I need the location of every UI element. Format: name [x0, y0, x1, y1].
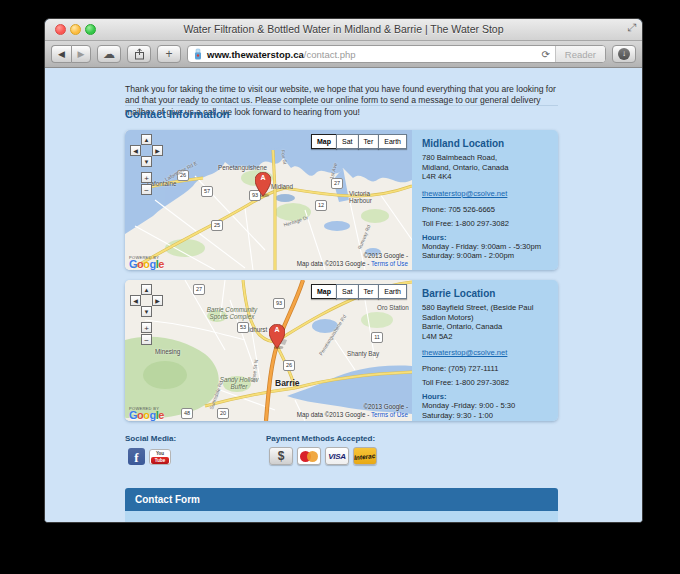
pan-left-button[interactable]: ◀ [130, 145, 141, 156]
map-label-sports-complex: Barrie Community Sports Complex [199, 306, 265, 320]
map-label-barrie: Barrie [275, 378, 300, 388]
barrie-location-block: Barrie Community Sports Complex Midhurst… [125, 280, 558, 421]
share-button[interactable] [127, 45, 151, 63]
road-shield: 20 [217, 408, 229, 419]
midland-location-block: Penetanguishene Lafontaine Midland Victo… [125, 130, 558, 270]
barrie-toll-free: Toll Free: 1-800 297-3082 [422, 378, 550, 387]
contact-form-panel: Name * Subject * Email * [125, 511, 558, 522]
downloads-button[interactable]: ↓ [612, 45, 636, 63]
map-type-earth[interactable]: Earth [378, 284, 407, 299]
midland-title: Midland Location [422, 138, 550, 149]
road-shield: 25 [211, 220, 223, 231]
icloud-tabs-button[interactable]: ☁ [97, 45, 121, 63]
copyright-line: ©2013 Google - [297, 252, 408, 260]
barrie-email-link[interactable]: thewaterstop@csolve.net [422, 348, 507, 357]
refresh-icon[interactable]: ⟳ [541, 49, 549, 60]
google-logo[interactable]: Google [129, 412, 164, 419]
map-type-map[interactable]: Map [311, 284, 337, 299]
barrie-info-panel: Barrie Location 580 Bayfield Street, (Be… [412, 280, 558, 421]
road-shield: 11 [371, 332, 383, 343]
barrie-address-line: Sadlon Motors) [422, 313, 550, 323]
forward-button[interactable]: ▶ [71, 45, 91, 63]
download-icon: ↓ [618, 48, 630, 60]
midland-hours-line: Monday - Friday: 9:00am - -5:30pm [422, 242, 550, 252]
map-type-ter[interactable]: Ter [358, 284, 380, 299]
pan-up-button[interactable]: ▲ [141, 284, 152, 295]
terms-of-use-link[interactable]: Terms of Use [371, 411, 408, 418]
google-logo[interactable]: Google [129, 261, 164, 268]
map-label-victoria-harbour: Victoria Harbour [349, 190, 381, 204]
youtube-icon-top: You [150, 450, 170, 457]
road-shield: 26 [283, 360, 295, 371]
map-type-map[interactable]: Map [311, 134, 337, 149]
pan-right-button[interactable]: ▶ [152, 145, 163, 156]
pan-up-button[interactable]: ▲ [141, 134, 152, 145]
road-shield: 27 [331, 178, 343, 189]
midland-address-line: Midland, Ontario, Canada [422, 163, 550, 173]
back-button[interactable]: ◀ [51, 45, 71, 63]
pan-down-button[interactable]: ▼ [141, 306, 152, 317]
map-type-switcher: Map Sat Ter Earth [312, 284, 407, 299]
barrie-title: Barrie Location [422, 288, 550, 299]
zoom-in-button[interactable]: + [141, 172, 152, 183]
pan-right-button[interactable]: ▶ [152, 295, 163, 306]
payment-methods-label: Payment Methods Accepted: [266, 434, 375, 443]
section-title: Contact Information [125, 108, 230, 120]
google-branding: POWERED BY Google [129, 254, 164, 268]
barrie-address-line: 580 Bayfield Street, (Beside Paul [422, 303, 550, 313]
map-data-credit: Map data ©2013 Google - [297, 411, 371, 418]
youtube-icon-bottom: Tube [151, 457, 169, 464]
road-shield: 48 [181, 408, 193, 419]
pan-left-button[interactable]: ◀ [130, 295, 141, 306]
zoom-in-button[interactable]: + [141, 322, 152, 333]
interac-icon: Interac [353, 447, 377, 465]
title-bar[interactable]: Water Filtration & Bottled Water in Midl… [45, 19, 642, 41]
url-path: /contact.php [304, 49, 356, 60]
facebook-icon[interactable]: f [128, 448, 145, 465]
midland-address-line: 780 Balmbeach Road, [422, 153, 550, 163]
mastercard-icon [297, 447, 321, 465]
midland-info-panel: Midland Location 780 Balmbeach Road, Mid… [412, 130, 558, 270]
terms-of-use-link[interactable]: Terms of Use [371, 260, 408, 267]
zoom-out-button[interactable]: − [141, 334, 152, 345]
map-data-credit: Map data ©2013 Google - [297, 260, 371, 267]
section-divider [125, 105, 558, 106]
site-favicon [193, 48, 203, 60]
barrie-map[interactable]: Barrie Community Sports Complex Midhurst… [125, 280, 412, 421]
map-label-oro-station: Oro Station [377, 304, 409, 311]
midland-email-link[interactable]: thewaterstop@csolve.net [422, 189, 507, 198]
map-attribution: ©2013 Google - Map data ©2013 Google - T… [297, 252, 408, 268]
map-type-sat[interactable]: Sat [336, 134, 359, 149]
google-letter: G [129, 409, 137, 421]
marker-letter: A [255, 174, 271, 181]
new-tab-button[interactable]: + [157, 45, 181, 63]
zoom-out-button[interactable]: − [141, 184, 152, 195]
barrie-hours-line: Monday -Friday: 9:00 - 5:30 [422, 401, 550, 411]
map-label-shanty-bay: Shanty Bay [347, 350, 379, 357]
resize-icon[interactable]: ⤢ [627, 21, 636, 34]
midland-hours-line: Saturday: 9:00am - 2:00pm [422, 251, 550, 261]
url-host: www.thewaterstop.ca [207, 49, 304, 60]
road-shield: 12 [315, 200, 327, 211]
map-type-ter[interactable]: Ter [358, 134, 380, 149]
page-viewport: Thank you for taking the time to visit o… [45, 68, 642, 522]
mastercard-orange-circle [307, 451, 318, 462]
road-shield: 57 [201, 186, 213, 197]
midland-map-marker[interactable]: A [255, 172, 271, 198]
road-shield: 93 [273, 298, 285, 309]
barrie-phone: Phone: (705) 727-1111 [422, 364, 550, 373]
youtube-icon[interactable]: You Tube [149, 449, 171, 465]
map-type-sat[interactable]: Sat [336, 284, 359, 299]
browser-window: Water Filtration & Bottled Water in Midl… [44, 18, 643, 523]
reader-button[interactable]: Reader [555, 46, 605, 62]
midland-map[interactable]: Penetanguishene Lafontaine Midland Victo… [125, 130, 412, 270]
address-bar[interactable]: www.thewaterstop.ca/contact.php ⟳ Reader [187, 45, 606, 63]
cash-payment-icon: $ [269, 447, 293, 465]
window-title: Water Filtration & Bottled Water in Midl… [45, 19, 642, 40]
map-label-penetanguishene: Penetanguishene [218, 164, 267, 171]
barrie-map-marker[interactable]: A [269, 324, 285, 350]
google-letter: e [158, 409, 164, 421]
map-type-earth[interactable]: Earth [378, 134, 407, 149]
pan-down-button[interactable]: ▼ [141, 156, 152, 167]
midland-address-line: L4R 4K4 [422, 172, 550, 182]
